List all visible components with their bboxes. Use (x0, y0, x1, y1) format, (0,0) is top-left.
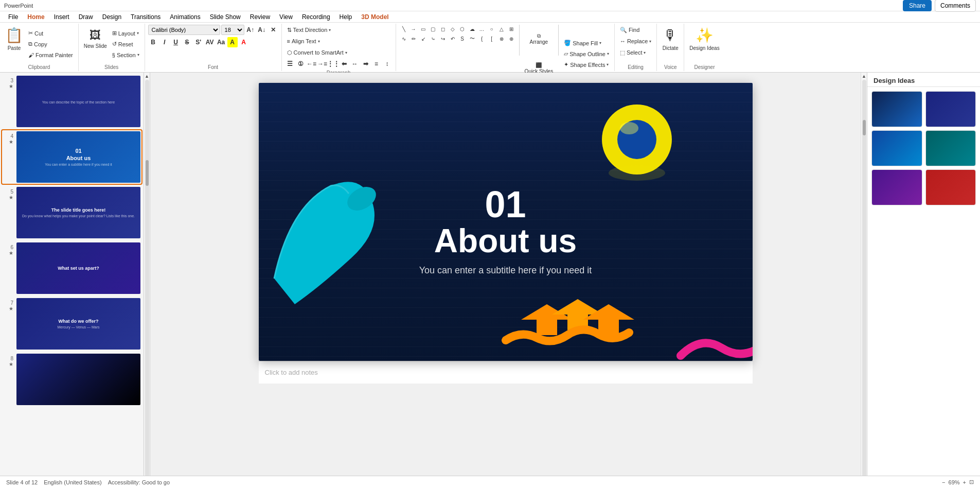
paste-button[interactable]: 📋 Paste (3, 25, 25, 54)
copy-button[interactable]: ⧉ Copy (26, 39, 75, 49)
share-button[interactable]: Share (903, 0, 932, 11)
shape-cloud[interactable]: ☁ (468, 25, 477, 33)
shape-oval[interactable]: ○ (487, 25, 496, 33)
shape-curve[interactable]: ∿ (399, 34, 408, 43)
scroll-thumb[interactable] (146, 160, 149, 186)
arrange-button[interactable]: ⧉ Arrange (523, 25, 556, 54)
underline-button[interactable]: U (171, 37, 181, 47)
design-idea-5[interactable] (871, 169, 922, 205)
shape-elbow[interactable]: ↪ (438, 34, 448, 43)
numbered-button[interactable]: ① (296, 59, 306, 69)
canvas-scrollbar[interactable]: ▲ ▼ (861, 73, 867, 487)
zoom-out-btn[interactable]: − (942, 479, 945, 485)
center-button[interactable]: ↔ (350, 59, 360, 69)
slide-panel-scrollbar[interactable]: ▲ ▼ (144, 73, 150, 487)
layout-button[interactable]: ⊞ Layout ▾ (110, 28, 141, 39)
slide-canvas[interactable]: ✛ ↻ (259, 83, 753, 361)
canvas-scroll-thumb[interactable] (863, 120, 866, 135)
text-direction-button[interactable]: ⇅ Text Direction ▾ (285, 25, 333, 35)
clear-format-btn[interactable]: ✕ (268, 25, 278, 35)
shape-effects-button[interactable]: ✦ Shape Effects ▾ (562, 60, 611, 70)
shape-cylinder[interactable]: ⬡ (458, 25, 467, 33)
shape-s[interactable]: S (458, 34, 467, 43)
align-right-button[interactable]: ➡ (361, 59, 371, 69)
convert-smartart-button[interactable]: ⬡ Convert to SmartArt ▾ (285, 47, 349, 58)
format-painter-button[interactable]: 🖌 Format Painter (26, 50, 75, 60)
bold-button[interactable]: B (148, 37, 158, 47)
char-spacing-button[interactable]: AV (205, 37, 215, 47)
shape-fill-button[interactable]: 🪣 Shape Fill ▾ (562, 38, 611, 48)
design-idea-4[interactable] (925, 130, 976, 166)
columns-button[interactable]: ⋮⋮ (328, 59, 338, 69)
shape-custom[interactable]: ⊗ (497, 34, 506, 43)
slide-thumb-4[interactable]: 4 ★ 01 About us You can enter a subtitle… (2, 130, 141, 184)
comments-button[interactable]: Comments (935, 0, 976, 12)
menu-design[interactable]: Design (98, 12, 126, 22)
menu-view[interactable]: View (275, 12, 297, 22)
replace-button[interactable]: ↔ Replace ▾ (618, 36, 653, 46)
shape-rect2[interactable]: ◻ (438, 25, 448, 33)
menu-draw[interactable]: Draw (75, 12, 97, 22)
menu-slideshow[interactable]: Slide Show (206, 12, 245, 22)
fit-btn[interactable]: ⊡ (969, 479, 974, 485)
find-button[interactable]: 🔍 Find (618, 25, 642, 35)
slide-thumb-5[interactable]: 5 ★ The slide title goes here! Do you kn… (2, 186, 141, 239)
increase-indent-button[interactable]: →≡ (317, 59, 328, 69)
decrease-indent-button[interactable]: ←≡ (307, 59, 317, 69)
align-left-button[interactable]: ⬅ (339, 59, 349, 69)
design-idea-2[interactable] (925, 91, 976, 127)
shape-triangle[interactable]: △ (497, 25, 506, 33)
notes-area[interactable]: Click to add notes (259, 361, 753, 384)
shape-rect[interactable]: ▭ (419, 25, 428, 33)
shape-connector[interactable]: ⤷ (429, 34, 438, 43)
design-ideas-button[interactable]: ✨ Design Ideas (687, 25, 721, 54)
slide-thumb-6[interactable]: 6 ★ What set us apart? (2, 241, 141, 295)
design-idea-6[interactable] (925, 169, 976, 205)
shape-line[interactable]: ╲ (399, 25, 408, 33)
cut-button[interactable]: ✂ Cut (26, 28, 75, 39)
italic-button[interactable]: I (159, 37, 170, 47)
slide-thumb-3[interactable]: 3 ★ You can describe the topic of the se… (2, 75, 141, 128)
align-text-button[interactable]: ≡ Align Text ▾ (285, 36, 322, 46)
select-button[interactable]: ⬚ Select ▾ (618, 47, 648, 58)
menu-insert[interactable]: Insert (50, 12, 74, 22)
line-spacing-button[interactable]: ↕ (382, 59, 393, 69)
bullet-button[interactable]: ☰ (285, 59, 295, 69)
shape-arrow[interactable]: → (409, 25, 418, 33)
shape-expand[interactable]: ⊞ (507, 25, 516, 33)
menu-file[interactable]: File (4, 12, 22, 22)
reset-button[interactable]: ↺ Reset (110, 39, 141, 49)
strikethrough-button[interactable]: S (182, 37, 192, 47)
menu-home[interactable]: Home (23, 12, 48, 22)
design-idea-3[interactable] (871, 130, 922, 166)
shape-more[interactable]: … (477, 25, 487, 33)
menu-3dmodel[interactable]: 3D Model (357, 12, 393, 22)
menu-animations[interactable]: Animations (166, 12, 204, 22)
shape-bent[interactable]: ↙ (419, 34, 428, 43)
justify-button[interactable]: ≡ (371, 59, 382, 69)
menu-help[interactable]: Help (335, 12, 357, 22)
font-color-button[interactable]: A (239, 37, 249, 47)
dictate-button[interactable]: 🎙 Dictate (660, 25, 681, 54)
highlight-button[interactable]: A (227, 37, 238, 47)
shape-wave[interactable]: 〜 (468, 34, 477, 43)
scroll-up-arrow[interactable]: ▲ (145, 74, 149, 79)
slide-thumb-7[interactable]: 7 ★ What do we offer? Mercury — Venus — … (2, 297, 141, 351)
shape-freeform[interactable]: ✏ (409, 34, 418, 43)
menu-recording[interactable]: Recording (298, 12, 334, 22)
font-name-select[interactable]: Calibri (Body) (148, 25, 220, 35)
shape-rounded-rect[interactable]: ▢ (429, 25, 438, 33)
menu-review[interactable]: Review (246, 12, 274, 22)
shape-expand-2[interactable]: ⊕ (507, 34, 516, 43)
shape-outline-button[interactable]: ▱ Shape Outline ▾ (562, 49, 611, 59)
change-case-button[interactable]: Aa (216, 37, 226, 47)
shape-diamond[interactable]: ◇ (448, 25, 457, 33)
slide-thumb-8[interactable]: 8 ★ (2, 353, 141, 406)
decrease-font-btn[interactable]: A↓ (257, 25, 267, 35)
canvas-scroll-up[interactable]: ▲ (862, 74, 866, 79)
zoom-in-btn[interactable]: + (963, 479, 966, 485)
menu-transitions[interactable]: Transitions (127, 12, 165, 22)
shape-brace[interactable]: { (477, 34, 487, 43)
section-button[interactable]: § Section ▾ (110, 50, 141, 60)
design-idea-1[interactable] (871, 91, 922, 127)
